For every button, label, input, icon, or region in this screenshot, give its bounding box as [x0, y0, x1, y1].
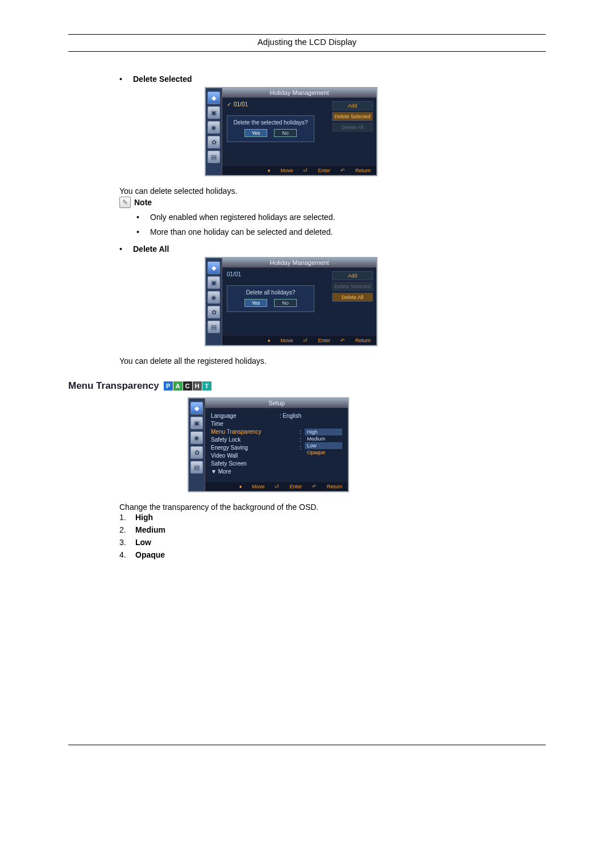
- confirm-dialog: Delete the selected holidays? Yes No: [227, 115, 314, 142]
- nav-icon-1: ◆: [208, 92, 220, 104]
- num-3: 3.: [119, 538, 135, 547]
- return-hint: Return: [355, 168, 371, 173]
- note-row: ✎ Note: [119, 197, 540, 208]
- nav-icon-5: ▤: [190, 461, 203, 474]
- return-hint-icon: ↶: [312, 484, 317, 489]
- delete-all-desc: You can delete all the registered holida…: [119, 356, 540, 366]
- setup-safety-screen-label: Safety Screen: [211, 460, 247, 467]
- nav-icon-4: ✿: [208, 136, 220, 148]
- nav-icon-2: ▣: [208, 106, 220, 119]
- setup-menu-list: Language: English Time Menu Transparency…: [211, 413, 301, 476]
- check-icon: ✓: [227, 101, 231, 107]
- setup-language-value: : English: [280, 413, 301, 419]
- enter-hint-icon: ⏎: [303, 338, 308, 343]
- nav-icon-2: ▣: [190, 417, 203, 429]
- side-delete-all-button[interactable]: Delete All: [332, 293, 373, 302]
- transparency-options: High Medium Low Opaque: [305, 413, 342, 476]
- nav-icon-2: ▣: [208, 276, 220, 289]
- dialog-question: Delete all holidays?: [231, 289, 310, 296]
- enter-hint-icon: ⏎: [275, 484, 279, 489]
- setup-menu-transparency-label[interactable]: Menu Transparency: [211, 429, 261, 435]
- osd-hints: ♦Move ⏎Enter ↶Return: [222, 335, 376, 345]
- nav-icon-5: ▤: [208, 151, 220, 163]
- move-hint-icon: ♦: [239, 484, 242, 489]
- return-hint: Return: [327, 484, 342, 489]
- osd-side-buttons: Add Delete Selected Delete All: [332, 101, 373, 161]
- return-hint-icon: ↶: [341, 168, 345, 173]
- transparency-options-list: 1.High 2.Medium 3.Low 4.Opaque: [119, 513, 540, 559]
- dialog-no-button[interactable]: No: [274, 299, 297, 307]
- setup-energy-saving-label: Energy Saving: [211, 445, 248, 451]
- nav-icon-4: ✿: [208, 306, 220, 318]
- nav-icon-4: ✿: [190, 446, 203, 459]
- setup-safety-lock-label: Safety Lock: [211, 437, 240, 443]
- setup-more-label[interactable]: ▼ More: [211, 468, 231, 475]
- return-hint: Return: [355, 338, 371, 343]
- num-1: 1.: [119, 513, 135, 522]
- osd-side-buttons: Add Delete Selected Delete All: [332, 271, 373, 331]
- confirm-dialog: Delete all holidays? Yes No: [227, 285, 314, 312]
- osd-screenshot-delete-selected: ◆ ▣ ◉ ✿ ▤ Holiday Management ✓01/01 Dele…: [205, 87, 540, 176]
- opt-text-medium: Medium: [135, 525, 165, 534]
- delete-selected-desc: You can delete selected holidays.: [119, 186, 540, 196]
- move-hint-icon: ♦: [268, 338, 271, 343]
- dialog-yes-button[interactable]: Yes: [244, 129, 267, 137]
- side-add-button[interactable]: Add: [332, 101, 373, 110]
- dialog-question: Delete the selected holidays?: [231, 119, 310, 126]
- bullet-icon: •: [136, 213, 150, 222]
- side-delete-all-button[interactable]: Delete All: [332, 123, 373, 132]
- side-delete-selected-button[interactable]: Delete Selected: [332, 282, 373, 291]
- enter-hint-icon: ⏎: [303, 168, 308, 173]
- osd-title: Holiday Management: [222, 258, 376, 268]
- side-add-button[interactable]: Add: [332, 271, 373, 280]
- delete-all-heading-row: • Delete All: [119, 244, 540, 254]
- delete-selected-heading: Delete Selected: [133, 74, 192, 84]
- page: Adjusting the LCD Display • Delete Selec…: [68, 34, 546, 745]
- page-header: Adjusting the LCD Display: [68, 35, 546, 52]
- holiday-entry-text: 01/01: [234, 101, 248, 107]
- osd-nav-icons: ◆ ▣ ◉ ✿ ▤: [206, 88, 222, 175]
- opt-medium[interactable]: Medium: [305, 435, 342, 442]
- delete-all-heading: Delete All: [133, 244, 169, 254]
- osd-nav-icons: ◆ ▣ ◉ ✿ ▤: [189, 398, 205, 491]
- bullet-icon: •: [119, 244, 133, 254]
- badge-t: T: [202, 381, 211, 391]
- holiday-entry: 01/01: [227, 271, 327, 277]
- opt-low[interactable]: Low: [305, 442, 342, 449]
- setup-time-label: Time: [211, 421, 223, 427]
- note-label: Note: [134, 198, 152, 207]
- menu-transparency-desc: Change the transparency of the backgroun…: [119, 502, 540, 512]
- badge-p: P: [164, 381, 173, 391]
- opt-text-high: High: [135, 513, 153, 522]
- enter-hint: Enter: [318, 168, 330, 173]
- side-delete-selected-button[interactable]: Delete Selected: [332, 112, 373, 121]
- opt-high[interactable]: High: [305, 429, 342, 435]
- badge-h: H: [193, 381, 202, 391]
- num-2: 2.: [119, 525, 135, 534]
- opt-text-opaque: Opaque: [135, 550, 165, 559]
- dialog-yes-button[interactable]: Yes: [244, 299, 267, 307]
- num-4: 4.: [119, 550, 135, 559]
- enter-hint: Enter: [289, 484, 302, 489]
- nav-icon-3: ◉: [190, 431, 203, 444]
- dialog-no-button[interactable]: No: [274, 129, 297, 137]
- osd-hints: ♦Move ⏎Enter ↶Return: [222, 165, 376, 175]
- osd-screenshot-delete-all: ◆ ▣ ◉ ✿ ▤ Holiday Management 01/01 Delet…: [205, 257, 540, 346]
- bullet-icon: •: [136, 227, 150, 236]
- menu-transparency-section: Menu Transparency P A C H T: [68, 380, 540, 392]
- osd-main: Holiday Management 01/01 Delete all holi…: [222, 258, 376, 345]
- opt-text-low: Low: [135, 538, 151, 547]
- source-badges: P A C H T: [164, 381, 211, 391]
- move-hint: Move: [252, 484, 264, 489]
- move-hint: Move: [280, 168, 293, 173]
- osd-hints: ♦Move ⏎Enter ↶Return: [205, 481, 348, 491]
- opt-opaque[interactable]: Opaque: [305, 449, 342, 456]
- bullet-icon: •: [119, 74, 133, 84]
- badge-c: C: [183, 381, 192, 391]
- note-bullets: •Only enabled when registered holidays a…: [136, 213, 540, 236]
- setup-video-wall-label: Video Wall: [211, 452, 238, 459]
- note-icon: ✎: [119, 197, 131, 208]
- setup-language-label: Language: [211, 413, 237, 419]
- note-1: Only enabled when registered holidays ar…: [150, 213, 335, 222]
- nav-icon-1: ◆: [208, 261, 220, 274]
